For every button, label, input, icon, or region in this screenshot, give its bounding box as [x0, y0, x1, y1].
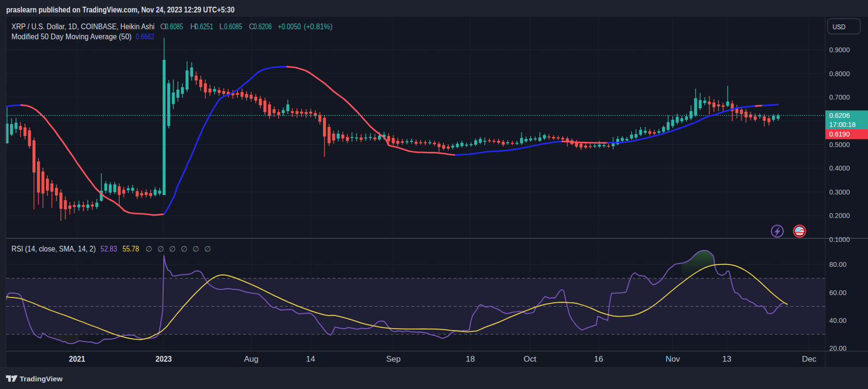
svg-text:TradingView: TradingView	[20, 375, 63, 383]
svg-text:0.1000: 0.1000	[829, 236, 850, 243]
svg-text:+0.0050: +0.0050	[278, 22, 301, 31]
svg-text:∅: ∅	[181, 245, 188, 253]
svg-text:Aug: Aug	[244, 355, 258, 364]
svg-text:Nov: Nov	[666, 355, 680, 364]
svg-text:USD: USD	[833, 23, 846, 31]
svg-text:0.6662: 0.6662	[136, 32, 155, 41]
svg-text:14: 14	[306, 355, 315, 364]
svg-text:0.9000: 0.9000	[829, 46, 850, 54]
svg-text:0.4000: 0.4000	[829, 164, 850, 172]
svg-text:L: L	[219, 22, 223, 31]
svg-text:60.00: 60.00	[829, 289, 846, 297]
svg-text:55.78: 55.78	[122, 244, 139, 253]
svg-text:0.6190: 0.6190	[829, 130, 850, 138]
svg-text:0.7000: 0.7000	[829, 93, 850, 101]
svg-text:0.6206: 0.6206	[254, 22, 272, 31]
svg-text:0.6251: 0.6251	[195, 22, 213, 31]
svg-text:0.6206: 0.6206	[829, 112, 850, 119]
svg-text:Oct: Oct	[523, 355, 536, 364]
svg-text:52.83: 52.83	[100, 244, 117, 253]
svg-text:0.2000: 0.2000	[829, 212, 850, 219]
svg-text:16: 16	[594, 355, 603, 364]
svg-text:Dec: Dec	[802, 355, 817, 364]
svg-text:Modified 50 Day Moving Average: Modified 50 Day Moving Average (50)	[11, 32, 132, 41]
svg-text:0.6085: 0.6085	[224, 22, 242, 31]
svg-text:0.8000: 0.8000	[829, 70, 850, 78]
svg-text:13: 13	[723, 355, 732, 364]
svg-text:praslearn published on Trading: praslearn published on TradingView.com, …	[6, 6, 234, 14]
svg-text:(+0.81%): (+0.81%)	[304, 22, 333, 31]
svg-text:2021: 2021	[69, 355, 85, 364]
svg-text:18: 18	[466, 355, 475, 364]
svg-text:∅: ∅	[145, 245, 152, 253]
svg-text:2023: 2023	[156, 355, 172, 364]
svg-text:∅: ∅	[192, 245, 199, 253]
svg-text:0.6085: 0.6085	[165, 22, 183, 31]
svg-text:RSI (14, close, SMA, 14, 2): RSI (14, close, SMA, 14, 2)	[11, 244, 96, 253]
svg-text:80.00: 80.00	[829, 261, 846, 268]
svg-text:∅: ∅	[204, 245, 211, 253]
svg-text:Sep: Sep	[386, 355, 401, 364]
svg-text:17:00:18: 17:00:18	[829, 121, 856, 128]
svg-text:40.00: 40.00	[829, 317, 846, 324]
svg-text:0.5000: 0.5000	[829, 141, 850, 149]
svg-text:0.3000: 0.3000	[829, 188, 850, 196]
svg-text:20.00: 20.00	[829, 344, 846, 352]
svg-text:∅: ∅	[169, 245, 176, 253]
svg-text:XRP / U.S. Dollar, 1D, COINBAS: XRP / U.S. Dollar, 1D, COINBASE, Heikin …	[11, 22, 155, 31]
svg-text:∅: ∅	[157, 245, 164, 253]
